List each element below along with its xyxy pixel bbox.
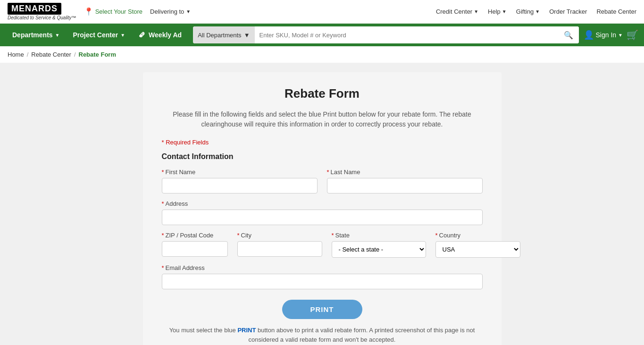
form-title: Rebate Form: [162, 86, 483, 101]
sign-in-label: Sign In: [596, 31, 617, 39]
email-group: *Email Address: [162, 264, 483, 289]
city-input[interactable]: [237, 241, 322, 257]
departments-nav-item[interactable]: Departments ▼: [6, 24, 67, 46]
gifting-link[interactable]: Gifting ▼: [516, 8, 540, 15]
rebate-center-label: Rebate Center: [596, 8, 636, 15]
email-label: *Email Address: [162, 264, 483, 271]
delivering-chevron-icon: ▼: [186, 9, 191, 14]
top-bar-right: Credit Center ▼ Help ▼ Gifting ▼ Order T…: [436, 8, 636, 15]
departments-chevron-icon: ▼: [55, 33, 60, 38]
last-name-input[interactable]: [327, 178, 483, 194]
help-chevron-icon: ▼: [502, 9, 507, 14]
email-row: *Email Address: [162, 264, 483, 289]
credit-center-link[interactable]: Credit Center ▼: [436, 8, 478, 15]
gifting-label: Gifting: [516, 8, 534, 15]
store-select-label: Select Your Store: [95, 8, 142, 15]
address-label: *Address: [162, 200, 483, 207]
zip-label: *ZIP / Postal Code: [162, 232, 228, 239]
help-link[interactable]: Help ▼: [488, 8, 507, 15]
city-label: *City: [237, 232, 322, 239]
user-icon: 👤: [584, 30, 594, 40]
last-name-group: *Last Name: [327, 168, 483, 194]
search-category-dropdown[interactable]: All Departments ▼: [193, 26, 254, 43]
state-label: *State: [332, 232, 426, 239]
email-input[interactable]: [162, 274, 483, 289]
main-content: Rebate Form Please fill in the following…: [0, 63, 644, 345]
project-center-label: Project Center: [73, 31, 118, 39]
country-group: *Country USA Canada: [435, 232, 520, 258]
delivering-to[interactable]: Delivering to ▼: [150, 8, 191, 15]
top-bar: MENARDS Dedicated to Service & Quality™ …: [0, 0, 644, 24]
rebate-center-link[interactable]: Rebate Center: [596, 8, 636, 15]
last-name-label: *Last Name: [327, 168, 483, 176]
required-note: * Required Fields: [162, 139, 483, 146]
project-center-nav-item[interactable]: Project Center ▼: [67, 24, 132, 46]
country-required-marker: *: [435, 232, 438, 239]
delivering-label: Delivering to: [150, 8, 184, 15]
form-description: Please fill in the following fields and …: [162, 109, 483, 129]
sign-in-button[interactable]: 👤 Sign In ▼: [584, 30, 623, 40]
zip-group: *ZIP / Postal Code: [162, 232, 228, 258]
state-group: *State - Select a state - Alabama Alaska…: [332, 232, 426, 258]
nav-right: 👤 Sign In ▼ 🛒: [584, 29, 639, 41]
search-button[interactable]: 🔍: [558, 26, 579, 43]
weekly-ad-icon: 🗞: [138, 31, 145, 39]
contact-info-section-title: Contact Information: [162, 152, 483, 161]
first-name-required-marker: *: [162, 168, 164, 176]
name-row: *First Name *Last Name: [162, 168, 483, 194]
address-group: *Address: [162, 200, 483, 225]
store-select[interactable]: 📍 Select Your Store: [84, 7, 142, 16]
breadcrumb-sep-2: /: [74, 51, 76, 58]
logo-area: MENARDS Dedicated to Service & Quality™: [8, 3, 76, 20]
print-notice: You must select the blue PRINT button ab…: [162, 326, 483, 344]
sign-in-chevron-icon: ▼: [618, 33, 623, 38]
form-container: Rebate Form Please fill in the following…: [143, 72, 502, 345]
search-input[interactable]: [255, 26, 558, 43]
gifting-chevron-icon: ▼: [535, 9, 540, 14]
country-select[interactable]: USA Canada: [435, 241, 520, 258]
weekly-ad-label: Weekly Ad: [149, 31, 182, 39]
address-required-marker: *: [162, 200, 164, 207]
menards-logo: MENARDS: [8, 3, 61, 15]
city-group: *City: [237, 232, 322, 258]
order-tracker-link[interactable]: Order Tracker: [549, 8, 587, 15]
credit-center-chevron-icon: ▼: [474, 9, 478, 14]
top-bar-left: MENARDS Dedicated to Service & Quality™ …: [8, 3, 191, 20]
search-category-label: All Departments: [198, 32, 241, 39]
project-center-chevron-icon: ▼: [120, 33, 125, 38]
print-button[interactable]: PRINT: [282, 300, 362, 319]
breadcrumb-current: Rebate Form: [79, 51, 116, 58]
last-name-required-marker: *: [327, 168, 329, 176]
cart-icon[interactable]: 🛒: [627, 29, 638, 41]
breadcrumb-home[interactable]: Home: [8, 51, 24, 58]
credit-center-label: Credit Center: [436, 8, 472, 15]
print-button-row: PRINT: [162, 300, 483, 319]
search-area: All Departments ▼ 🔍: [193, 26, 578, 43]
first-name-label: *First Name: [162, 168, 318, 176]
weekly-ad-nav-item[interactable]: 🗞 Weekly Ad: [132, 24, 188, 46]
location-pin-icon: 📍: [84, 7, 93, 16]
print-notice-highlight: PRINT: [237, 327, 256, 334]
main-nav: Departments ▼ Project Center ▼ 🗞 Weekly …: [0, 24, 644, 46]
breadcrumb: Home / Rebate Center / Rebate Form: [0, 46, 644, 63]
address-input[interactable]: [162, 210, 483, 225]
breadcrumb-rebate-center[interactable]: Rebate Center: [31, 51, 71, 58]
location-row: *ZIP / Postal Code *City *State - Select…: [162, 232, 483, 258]
email-required-marker: *: [162, 264, 164, 271]
logo-tagline: Dedicated to Service & Quality™: [8, 15, 76, 20]
country-label: *Country: [435, 232, 520, 239]
help-label: Help: [488, 8, 501, 15]
state-required-marker: *: [332, 232, 334, 239]
city-required-marker: *: [237, 232, 240, 239]
zip-required-marker: *: [162, 232, 164, 239]
search-category-chevron-icon: ▼: [244, 32, 250, 39]
first-name-group: *First Name: [162, 168, 318, 194]
state-select[interactable]: - Select a state - Alabama Alaska Arizon…: [332, 241, 426, 258]
address-row: *Address: [162, 200, 483, 225]
breadcrumb-sep-1: /: [27, 51, 29, 58]
first-name-input[interactable]: [162, 178, 318, 194]
departments-label: Departments: [12, 31, 53, 39]
zip-input[interactable]: [162, 241, 228, 257]
order-tracker-label: Order Tracker: [549, 8, 587, 15]
